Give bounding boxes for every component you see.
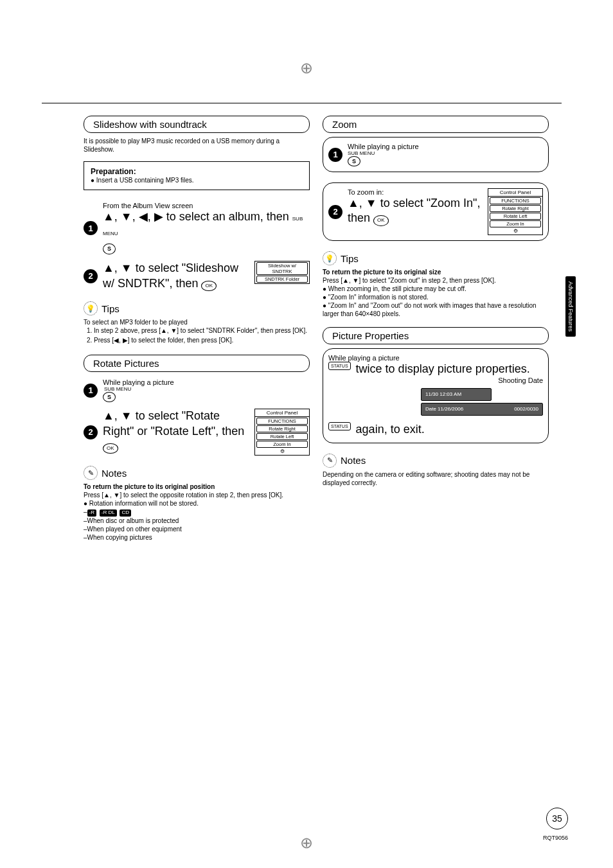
picprop-sub: While playing a picture <box>328 354 543 362</box>
status-button: STATUS <box>328 422 351 430</box>
section-slideshow-title: Slideshow with soundtrack <box>84 116 310 133</box>
osd-counter: 0002/0030 <box>514 405 538 413</box>
tips1-line1: To select an MP3 folder to be played <box>84 318 310 326</box>
tips1-li2: Press [◀, ▶] to select the folder, then … <box>94 336 310 344</box>
slideshow-step2-text: ▲, ▼ to select "Slideshow w/ SNDTRK", th… <box>103 261 238 289</box>
slideshow-step2-main: ▲, ▼ to select "Slideshow w/ SNDTRK", th… <box>103 261 248 291</box>
page-number: 35 <box>546 808 568 829</box>
osd-bottom: Date 11/26/2006 0002/0030 <box>421 403 543 416</box>
disc-badge: -R <box>87 509 96 516</box>
step-number-1: 1 <box>328 148 342 162</box>
notes1-bold: To return the picture to its original po… <box>84 483 310 491</box>
s-button-icon: S <box>348 156 360 166</box>
preparation-box: Preparation: ● Insert a USB containing M… <box>84 161 310 190</box>
rotate-step1: 1 While playing a picture SUB MENU S <box>84 378 310 402</box>
step-number-2: 2 <box>84 269 98 283</box>
rotate-menu: Control Panel FUNCTIONS Rotate Right Rot… <box>254 409 310 456</box>
slideshow-step1: 1 From the Album View screen ▲, ▼, ◀, ▶ … <box>84 202 310 254</box>
step-number-1: 1 <box>84 221 98 235</box>
picprop-main1: STATUS twice to display picture properti… <box>328 362 543 376</box>
notes2-body: Depending on the camera or editing softw… <box>323 470 549 487</box>
document-code: RQT9056 <box>543 835 568 841</box>
header-rule <box>42 103 562 103</box>
rotate-step2-text: ▲, ▼ to select "Rotate Right" or "Rotate… <box>103 409 244 437</box>
zoom-step1-box: 1 While playing a picture SUB MENU S <box>323 137 549 172</box>
zoom-submenu-label: SUB MENU <box>348 150 543 156</box>
shooting-date-label: Shooting Date <box>328 376 543 384</box>
menu-item: FUNCTIONS <box>490 197 541 204</box>
notes1-sub3: –When copying pictures <box>84 533 310 542</box>
s-button-icon: S <box>103 244 116 255</box>
notes-icon: ✎ <box>84 466 98 480</box>
menu-item: Zoom In <box>256 441 308 448</box>
notes2-title: Notes <box>341 455 366 466</box>
osd-date: Date 11/26/2006 <box>425 405 463 413</box>
tips-header: 💡 Tips <box>84 301 310 315</box>
menu-item-icon: ⚙ <box>490 228 541 234</box>
menu-item: Rotate Right <box>490 205 541 212</box>
slideshow-intro: It is possible to play MP3 music recorde… <box>84 137 310 154</box>
page: Advanced Features Slideshow with soundtr… <box>0 0 613 868</box>
tips2-l2: ● When zooming in, the still picture may… <box>323 285 549 293</box>
menu-item: Rotate Left <box>256 433 308 440</box>
status-button: STATUS <box>328 362 351 370</box>
tips-title: Tips <box>102 303 120 314</box>
notes1-body: Press [▲, ▼] to select the opposite rota… <box>84 491 310 499</box>
menu-item: Rotate Right <box>256 425 308 432</box>
section-picprop-title-text: Picture Properties <box>332 330 409 341</box>
zoom-step1-sub: While playing a picture <box>348 143 543 150</box>
menu-item: FUNCTIONS <box>256 418 308 425</box>
tips2-l3-text: "Zoom In" information is not stored. <box>328 294 429 301</box>
tips2-bold: To return the picture to its original si… <box>323 268 549 276</box>
tips2-l2-text: When zooming in, the still picture may b… <box>328 285 466 292</box>
menu-item-icon: ⚙ <box>256 448 308 454</box>
zoom-step2-text: ▲, ▼ to select "Zoom In", then <box>348 197 480 224</box>
menu-header: Control Panel <box>255 409 309 417</box>
rotate-step2: 2 ▲, ▼ to select "Rotate Right" or "Rota… <box>84 409 310 456</box>
preparation-bullet-text: Insert a USB containing MP3 files. <box>96 177 194 184</box>
zoom-menu: Control Panel FUNCTIONS Rotate Right Rot… <box>488 188 543 235</box>
step-number-1: 1 <box>84 384 98 398</box>
section-rotate-title-text: Rotate Pictures <box>93 358 159 369</box>
lightbulb-icon: 💡 <box>84 301 98 315</box>
picprop-main2: STATUS again, to exit. <box>328 422 543 437</box>
slideshow-step1-sub: From the Album View screen <box>103 202 310 209</box>
picprop-main1-text: twice to display picture properties. <box>356 362 530 375</box>
tips1-list: In step 2 above, press [▲, ▼] to select … <box>84 326 310 344</box>
notes1-bullet: ● Rotation information will not be store… <box>84 499 310 508</box>
s-button-icon: S <box>103 392 116 402</box>
notes1-discs: –-R -R DL CD <box>84 508 310 516</box>
tips2-l4: ● "Zoom In" and "Zoom out" do not work w… <box>323 301 549 318</box>
notes1-sub1-text: When disc or album is protected <box>87 517 179 524</box>
preparation-bullet: ● Insert a USB containing MP3 files. <box>91 176 303 184</box>
disc-badge: -R DL <box>100 509 117 516</box>
rotate-submenu-label: SUB MENU <box>104 386 310 392</box>
slideshow-step2: 2 ▲, ▼ to select "Slideshow w/ SNDTRK", … <box>84 261 310 291</box>
rotate-step1-sub: While playing a picture <box>103 378 310 386</box>
osd-wrap: 11/30 12:03 AM Date 11/26/2006 0002/0030 <box>328 388 543 416</box>
zoom-step2-main: ▲, ▼ to select "Zoom In", then OK <box>348 196 481 226</box>
section-zoom-title-text: Zoom <box>332 119 357 130</box>
notes1-sub1: –When disc or album is protected <box>84 517 310 525</box>
notes1-sub3-text: When copying pictures <box>87 534 152 541</box>
ok-button-icon: OK <box>201 281 217 291</box>
notes1-sub2-text: When played on other equipment <box>87 526 182 533</box>
slideshow-step1-main: ▲, ▼, ◀, ▶ to select an album, then SUB … <box>103 209 310 254</box>
notes-title: Notes <box>102 468 127 479</box>
step-number-2: 2 <box>328 205 342 219</box>
preparation-label: Preparation: <box>91 167 303 176</box>
menu-item: Slideshow w/ SNDTRK <box>256 262 308 275</box>
notes-header: ✎ Notes <box>84 466 310 480</box>
disc-badge: CD <box>120 509 131 516</box>
section-zoom-title: Zoom <box>323 116 549 133</box>
section-picprop-title: Picture Properties <box>323 327 549 344</box>
tips2-l1: Press [▲, ▼] to select "Zoom out" in ste… <box>323 276 549 285</box>
slideshow-step1-text: ▲, ▼, ◀, ▶ to select an album, then <box>103 210 289 223</box>
notes-icon: ✎ <box>323 454 337 468</box>
slideshow-step2-menu: Slideshow w/ SNDTRK SNDTRK Folder <box>254 261 310 284</box>
menu-item: SNDTRK Folder <box>256 276 308 283</box>
notes2-header: ✎ Notes <box>323 454 549 468</box>
notes1-bullet-text: Rotation information will not be stored. <box>89 500 199 507</box>
picprop-box: While playing a picture STATUS twice to … <box>323 348 549 443</box>
side-tab: Advanced Features <box>565 276 576 337</box>
